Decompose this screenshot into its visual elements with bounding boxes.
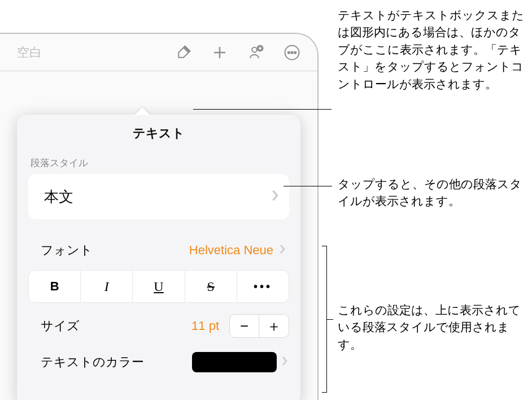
font-label: フォント xyxy=(41,242,93,259)
font-value: Helvetica Neue xyxy=(189,243,273,258)
paragraph-style-section-label: 段落スタイル xyxy=(17,156,300,174)
color-swatch[interactable] xyxy=(192,352,277,372)
device-frame: 空白 テキスト 段落スタイル 本文 フォント xyxy=(0,33,319,400)
insert-plus-icon[interactable] xyxy=(211,44,228,61)
callout-paragraph-styles: タップすると、その他の段落スタイルが表示されます。 xyxy=(338,176,526,210)
italic-button[interactable]: I xyxy=(81,271,133,302)
paragraph-style-row[interactable]: 本文 xyxy=(28,174,289,219)
leader-line xyxy=(284,186,332,186)
text-format-panel: テキスト 段落スタイル 本文 フォント Helvetica Neue B I U… xyxy=(17,115,300,400)
text-style-buttons: B I U S ••• xyxy=(28,270,289,303)
size-label: サイズ xyxy=(41,318,80,334)
svg-point-8 xyxy=(291,51,293,53)
paragraph-style-name: 本文 xyxy=(44,187,73,207)
format-brush-icon[interactable] xyxy=(175,44,192,61)
text-color-label: テキストのカラー xyxy=(41,354,144,371)
leader-bracket xyxy=(322,246,326,246)
leader-bracket xyxy=(326,319,333,320)
size-decrease-button[interactable]: − xyxy=(230,315,259,337)
panel-title: テキスト xyxy=(17,125,300,142)
leader-line xyxy=(193,109,332,110)
svg-point-2 xyxy=(252,47,257,52)
chevron-right-icon xyxy=(271,189,279,204)
strikethrough-button[interactable]: S xyxy=(185,271,237,302)
callout-text-tab: テキストがテキストボックスまたは図形内にある場合は、ほかのタブがここに表示されま… xyxy=(338,7,526,93)
svg-point-9 xyxy=(294,51,296,53)
callout-font-controls: これらの設定は、上に表示されている段落スタイルで使用されます。 xyxy=(338,302,526,353)
underline-button[interactable]: U xyxy=(133,271,185,302)
bold-button[interactable]: B xyxy=(29,271,81,302)
chevron-right-icon xyxy=(281,356,288,368)
svg-point-7 xyxy=(288,51,290,53)
size-increase-button[interactable]: ＋ xyxy=(259,315,289,337)
font-row[interactable]: フォント Helvetica Neue xyxy=(28,236,289,264)
size-value: 11 pt xyxy=(191,319,219,333)
toolbar-icons xyxy=(175,44,300,61)
chevron-right-icon xyxy=(279,244,286,256)
more-circle-icon[interactable] xyxy=(284,44,300,61)
toolbar: 空白 xyxy=(0,34,317,71)
collaborate-icon[interactable] xyxy=(247,44,264,61)
leader-bracket xyxy=(322,392,326,393)
size-row: サイズ 11 pt − ＋ xyxy=(28,310,289,342)
popover-arrow xyxy=(134,107,150,115)
more-text-options-button[interactable]: ••• xyxy=(237,271,289,302)
back-button[interactable]: 空白 xyxy=(17,44,42,61)
text-color-row[interactable]: テキストのカラー xyxy=(28,347,289,377)
size-stepper: − ＋ xyxy=(229,314,289,338)
